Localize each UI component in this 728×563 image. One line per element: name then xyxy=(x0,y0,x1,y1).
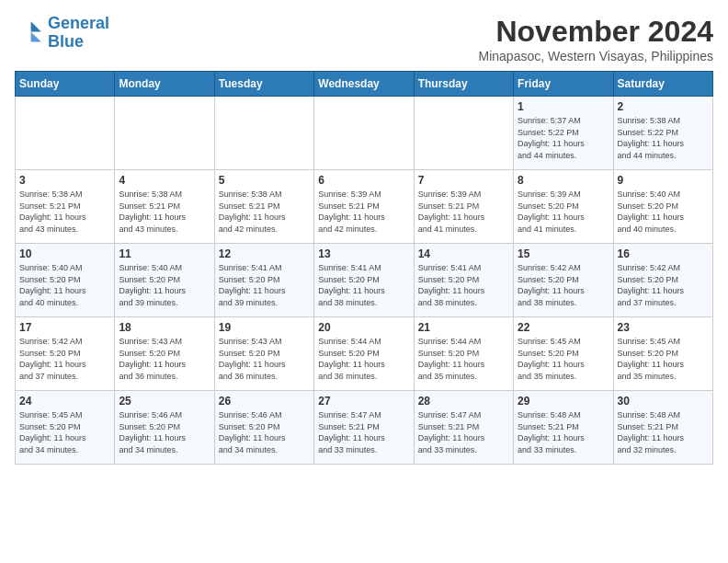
day-info: Sunrise: 5:38 AM Sunset: 5:21 PM Dayligh… xyxy=(19,189,110,235)
day-cell: 17Sunrise: 5:42 AM Sunset: 5:20 PM Dayli… xyxy=(16,317,115,391)
column-header-saturday: Saturday xyxy=(613,72,712,97)
day-number: 17 xyxy=(19,321,110,334)
column-header-monday: Monday xyxy=(115,72,214,97)
week-row-5: 24Sunrise: 5:45 AM Sunset: 5:20 PM Dayli… xyxy=(16,391,713,465)
day-number: 10 xyxy=(19,247,110,260)
logo-icon xyxy=(15,18,44,48)
day-number: 19 xyxy=(219,321,310,334)
day-info: Sunrise: 5:40 AM Sunset: 5:20 PM Dayligh… xyxy=(119,262,210,308)
day-info: Sunrise: 5:38 AM Sunset: 5:21 PM Dayligh… xyxy=(119,189,210,235)
day-number: 25 xyxy=(119,395,210,408)
day-info: Sunrise: 5:43 AM Sunset: 5:20 PM Dayligh… xyxy=(219,336,310,382)
day-info: Sunrise: 5:39 AM Sunset: 5:20 PM Dayligh… xyxy=(518,189,609,235)
day-number: 13 xyxy=(318,247,409,260)
day-info: Sunrise: 5:43 AM Sunset: 5:20 PM Dayligh… xyxy=(119,336,210,382)
week-row-1: 1Sunrise: 5:37 AM Sunset: 5:22 PM Daylig… xyxy=(16,97,713,170)
day-number: 21 xyxy=(418,321,509,334)
day-info: Sunrise: 5:47 AM Sunset: 5:21 PM Dayligh… xyxy=(318,409,409,455)
day-number: 26 xyxy=(219,395,310,408)
day-info: Sunrise: 5:45 AM Sunset: 5:20 PM Dayligh… xyxy=(518,336,609,382)
day-info: Sunrise: 5:42 AM Sunset: 5:20 PM Dayligh… xyxy=(618,262,709,308)
day-cell: 9Sunrise: 5:40 AM Sunset: 5:20 PM Daylig… xyxy=(613,170,712,244)
day-info: Sunrise: 5:38 AM Sunset: 5:22 PM Dayligh… xyxy=(618,115,709,161)
day-cell: 22Sunrise: 5:45 AM Sunset: 5:20 PM Dayli… xyxy=(514,317,613,391)
day-info: Sunrise: 5:38 AM Sunset: 5:21 PM Dayligh… xyxy=(219,189,310,235)
page-header: General Blue November 2024 Minapasoc, We… xyxy=(15,15,713,63)
day-number: 3 xyxy=(19,174,110,187)
day-cell xyxy=(414,97,513,170)
day-info: Sunrise: 5:42 AM Sunset: 5:20 PM Dayligh… xyxy=(19,336,110,382)
day-number: 2 xyxy=(618,100,709,113)
day-cell: 24Sunrise: 5:45 AM Sunset: 5:20 PM Dayli… xyxy=(16,391,115,465)
day-cell xyxy=(16,97,115,170)
column-header-thursday: Thursday xyxy=(414,72,513,97)
day-info: Sunrise: 5:42 AM Sunset: 5:20 PM Dayligh… xyxy=(518,262,609,308)
day-info: Sunrise: 5:39 AM Sunset: 5:21 PM Dayligh… xyxy=(318,189,409,235)
day-number: 5 xyxy=(219,174,310,187)
svg-marker-0 xyxy=(31,21,41,31)
day-number: 30 xyxy=(618,395,709,408)
day-cell: 6Sunrise: 5:39 AM Sunset: 5:21 PM Daylig… xyxy=(314,170,414,244)
day-number: 28 xyxy=(418,395,509,408)
day-info: Sunrise: 5:44 AM Sunset: 5:20 PM Dayligh… xyxy=(318,336,409,382)
week-row-2: 3Sunrise: 5:38 AM Sunset: 5:21 PM Daylig… xyxy=(16,170,713,244)
day-cell: 4Sunrise: 5:38 AM Sunset: 5:21 PM Daylig… xyxy=(115,170,214,244)
location: Minapasoc, Western Visayas, Philippines xyxy=(479,49,714,63)
calendar-table: SundayMondayTuesdayWednesdayThursdayFrid… xyxy=(15,71,713,465)
week-row-4: 17Sunrise: 5:42 AM Sunset: 5:20 PM Dayli… xyxy=(16,317,713,391)
day-cell: 28Sunrise: 5:47 AM Sunset: 5:21 PM Dayli… xyxy=(414,391,513,465)
day-number: 11 xyxy=(119,247,210,260)
day-number: 12 xyxy=(219,247,310,260)
day-info: Sunrise: 5:37 AM Sunset: 5:22 PM Dayligh… xyxy=(518,115,609,161)
day-info: Sunrise: 5:41 AM Sunset: 5:20 PM Dayligh… xyxy=(219,262,310,308)
day-info: Sunrise: 5:48 AM Sunset: 5:21 PM Dayligh… xyxy=(618,409,709,455)
month-title: November 2024 xyxy=(479,15,714,49)
day-number: 15 xyxy=(518,247,609,260)
day-number: 22 xyxy=(518,321,609,334)
day-number: 7 xyxy=(418,174,509,187)
week-row-3: 10Sunrise: 5:40 AM Sunset: 5:20 PM Dayli… xyxy=(16,244,713,317)
day-cell: 11Sunrise: 5:40 AM Sunset: 5:20 PM Dayli… xyxy=(115,244,214,317)
day-number: 24 xyxy=(19,395,110,408)
day-info: Sunrise: 5:40 AM Sunset: 5:20 PM Dayligh… xyxy=(618,189,709,235)
day-cell: 7Sunrise: 5:39 AM Sunset: 5:21 PM Daylig… xyxy=(414,170,513,244)
day-info: Sunrise: 5:46 AM Sunset: 5:20 PM Dayligh… xyxy=(119,409,210,455)
day-info: Sunrise: 5:48 AM Sunset: 5:21 PM Dayligh… xyxy=(518,409,609,455)
day-cell: 30Sunrise: 5:48 AM Sunset: 5:21 PM Dayli… xyxy=(613,391,712,465)
day-number: 1 xyxy=(518,100,609,113)
day-number: 23 xyxy=(618,321,709,334)
title-block: November 2024 Minapasoc, Western Visayas… xyxy=(479,15,714,63)
day-info: Sunrise: 5:39 AM Sunset: 5:21 PM Dayligh… xyxy=(418,189,509,235)
day-info: Sunrise: 5:45 AM Sunset: 5:20 PM Dayligh… xyxy=(19,409,110,455)
day-number: 9 xyxy=(618,174,709,187)
day-info: Sunrise: 5:44 AM Sunset: 5:20 PM Dayligh… xyxy=(418,336,509,382)
day-info: Sunrise: 5:45 AM Sunset: 5:20 PM Dayligh… xyxy=(618,336,709,382)
day-cell: 8Sunrise: 5:39 AM Sunset: 5:20 PM Daylig… xyxy=(514,170,613,244)
day-number: 20 xyxy=(318,321,409,334)
day-number: 16 xyxy=(618,247,709,260)
day-cell xyxy=(314,97,414,170)
day-cell: 21Sunrise: 5:44 AM Sunset: 5:20 PM Dayli… xyxy=(414,317,513,391)
calendar-header-row: SundayMondayTuesdayWednesdayThursdayFrid… xyxy=(16,72,713,97)
day-info: Sunrise: 5:41 AM Sunset: 5:20 PM Dayligh… xyxy=(418,262,509,308)
day-cell: 13Sunrise: 5:41 AM Sunset: 5:20 PM Dayli… xyxy=(314,244,414,317)
column-header-wednesday: Wednesday xyxy=(314,72,414,97)
day-cell: 23Sunrise: 5:45 AM Sunset: 5:20 PM Dayli… xyxy=(613,317,712,391)
day-cell: 14Sunrise: 5:41 AM Sunset: 5:20 PM Dayli… xyxy=(414,244,513,317)
day-info: Sunrise: 5:41 AM Sunset: 5:20 PM Dayligh… xyxy=(318,262,409,308)
day-cell: 19Sunrise: 5:43 AM Sunset: 5:20 PM Dayli… xyxy=(214,317,313,391)
column-header-tuesday: Tuesday xyxy=(214,72,313,97)
day-cell: 18Sunrise: 5:43 AM Sunset: 5:20 PM Dayli… xyxy=(115,317,214,391)
day-number: 8 xyxy=(518,174,609,187)
day-cell: 26Sunrise: 5:46 AM Sunset: 5:20 PM Dayli… xyxy=(214,391,313,465)
day-cell xyxy=(214,97,313,170)
day-cell: 27Sunrise: 5:47 AM Sunset: 5:21 PM Dayli… xyxy=(314,391,414,465)
day-cell: 12Sunrise: 5:41 AM Sunset: 5:20 PM Dayli… xyxy=(214,244,313,317)
day-number: 18 xyxy=(119,321,210,334)
day-cell: 16Sunrise: 5:42 AM Sunset: 5:20 PM Dayli… xyxy=(613,244,712,317)
day-info: Sunrise: 5:40 AM Sunset: 5:20 PM Dayligh… xyxy=(19,262,110,308)
day-info: Sunrise: 5:46 AM Sunset: 5:20 PM Dayligh… xyxy=(219,409,310,455)
day-cell: 20Sunrise: 5:44 AM Sunset: 5:20 PM Dayli… xyxy=(314,317,414,391)
day-cell: 2Sunrise: 5:38 AM Sunset: 5:22 PM Daylig… xyxy=(613,97,712,170)
day-cell: 3Sunrise: 5:38 AM Sunset: 5:21 PM Daylig… xyxy=(16,170,115,244)
